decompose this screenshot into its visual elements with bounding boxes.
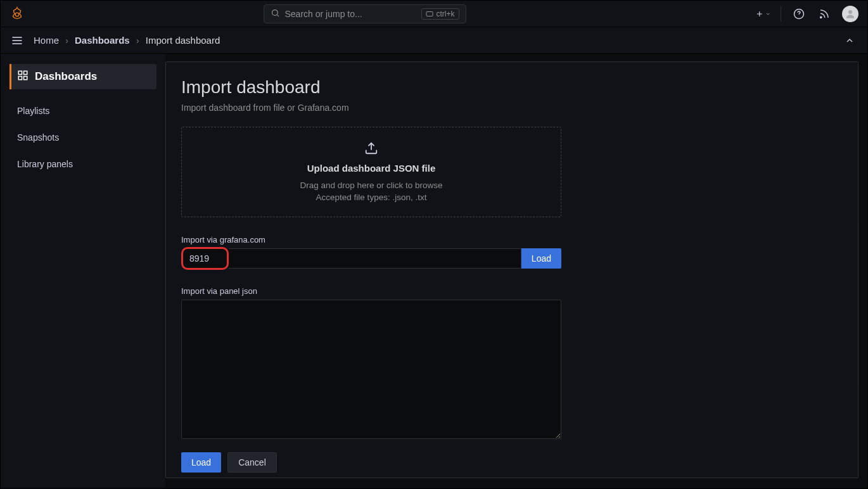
breadcrumb-dashboards[interactable]: Dashboards bbox=[75, 35, 130, 46]
chevron-right-icon: › bbox=[136, 35, 139, 46]
search-icon bbox=[271, 8, 280, 20]
menu-toggle-icon[interactable] bbox=[10, 33, 25, 48]
main: Dashboards Playlists Snapshots Library p… bbox=[1, 54, 867, 487]
sidebar-item-label: Dashboards bbox=[35, 70, 97, 83]
divider bbox=[781, 6, 781, 22]
cancel-button[interactable]: Cancel bbox=[227, 452, 277, 473]
breadcrumb: Home › Dashboards › Import dashboard bbox=[34, 35, 220, 46]
sidebar-item-playlists[interactable]: Playlists bbox=[10, 98, 156, 124]
dropzone-title: Upload dashboard JSON file bbox=[195, 163, 548, 174]
svg-rect-14 bbox=[24, 71, 27, 74]
load-button[interactable]: Load bbox=[181, 452, 221, 473]
sidebar-item-library-panels[interactable]: Library panels bbox=[10, 151, 156, 177]
grafana-logo-icon[interactable] bbox=[10, 6, 25, 22]
import-url-input[interactable] bbox=[181, 247, 229, 270]
import-url-label: Import via grafana.com bbox=[181, 235, 561, 244]
global-search[interactable]: Search or jump to... ctrl+k bbox=[264, 4, 466, 23]
sidebar-item-label: Playlists bbox=[17, 106, 49, 116]
add-button[interactable] bbox=[755, 6, 770, 22]
sidebar: Dashboards Playlists Snapshots Library p… bbox=[1, 54, 165, 487]
breadcrumb-bar: Home › Dashboards › Import dashboard bbox=[1, 27, 867, 54]
help-icon[interactable] bbox=[791, 6, 807, 22]
import-json-label: Import via panel json bbox=[181, 286, 561, 296]
page-title: Import dashboard bbox=[181, 77, 843, 98]
svg-point-9 bbox=[848, 10, 852, 14]
sidebar-item-label: Snapshots bbox=[17, 132, 59, 143]
sidebar-item-snapshots[interactable]: Snapshots bbox=[10, 125, 156, 150]
user-avatar[interactable] bbox=[842, 6, 858, 22]
svg-point-0 bbox=[15, 13, 19, 16]
sidebar-item-label: Library panels bbox=[17, 159, 73, 169]
topbar: Search or jump to... ctrl+k bbox=[1, 1, 867, 27]
topbar-right bbox=[755, 6, 858, 22]
sidebar-item-dashboards[interactable]: Dashboards bbox=[10, 64, 156, 89]
svg-rect-3 bbox=[426, 11, 433, 16]
breadcrumb-home[interactable]: Home bbox=[34, 35, 59, 46]
search-placeholder: Search or jump to... bbox=[285, 9, 417, 19]
svg-point-1 bbox=[272, 10, 278, 15]
breadcrumb-current: Import dashboard bbox=[146, 35, 220, 46]
load-url-button[interactable]: Load bbox=[521, 248, 561, 269]
chevron-right-icon: › bbox=[65, 35, 68, 46]
rss-icon[interactable] bbox=[817, 6, 832, 22]
page-subtitle: Import dashboard from file or Grafana.co… bbox=[181, 103, 843, 113]
import-url-input-remainder[interactable] bbox=[229, 248, 521, 269]
upload-icon bbox=[195, 141, 548, 155]
svg-rect-16 bbox=[24, 76, 27, 79]
svg-line-2 bbox=[277, 15, 279, 16]
dropzone-hint: Drag and drop here or click to browse Ac… bbox=[195, 180, 548, 204]
collapse-icon[interactable] bbox=[841, 32, 858, 49]
dashboards-icon bbox=[17, 70, 29, 84]
content: Import dashboard Import dashboard from f… bbox=[165, 61, 858, 478]
svg-rect-13 bbox=[18, 71, 22, 74]
svg-rect-15 bbox=[18, 76, 22, 79]
upload-dropzone[interactable]: Upload dashboard JSON file Drag and drop… bbox=[181, 127, 561, 217]
search-shortcut-badge: ctrl+k bbox=[421, 8, 459, 20]
svg-point-8 bbox=[820, 16, 822, 18]
import-json-textarea[interactable] bbox=[181, 300, 561, 439]
